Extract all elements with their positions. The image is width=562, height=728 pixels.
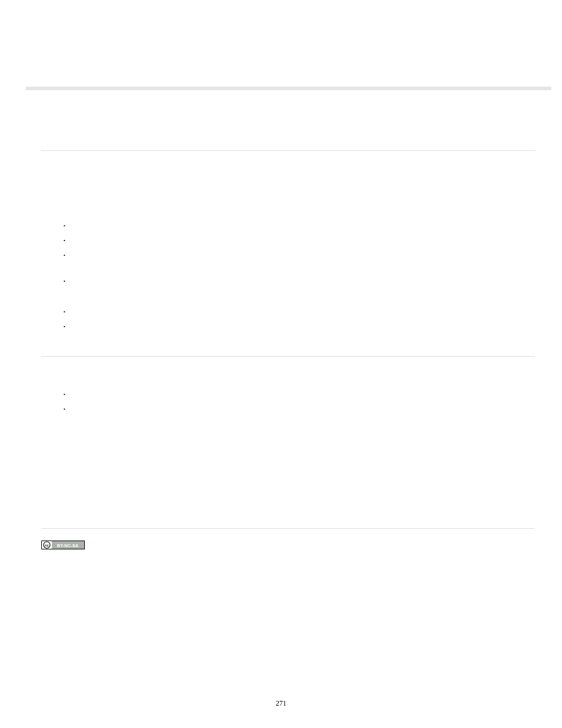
page-content: cc BY-NC-SA — [41, 94, 535, 552]
page-number: 271 — [0, 699, 562, 708]
list-item — [64, 223, 535, 238]
list-item — [64, 309, 535, 324]
cc-license-badge: cc BY-NC-SA — [41, 541, 85, 549]
list-item — [64, 391, 535, 406]
list-item — [64, 252, 535, 267]
section-divider — [41, 356, 535, 357]
section-divider — [41, 150, 535, 151]
cc-license-label: BY-NC-SA — [57, 543, 79, 548]
list-item — [64, 238, 535, 252]
bullet-list-2 — [64, 391, 535, 421]
list-item — [64, 278, 535, 293]
list-item — [64, 406, 535, 421]
section-divider — [41, 528, 535, 529]
list-item — [64, 324, 535, 338]
bullet-list-1 — [64, 223, 535, 338]
header-rule — [26, 87, 551, 90]
cc-icon-text: cc — [45, 543, 49, 547]
